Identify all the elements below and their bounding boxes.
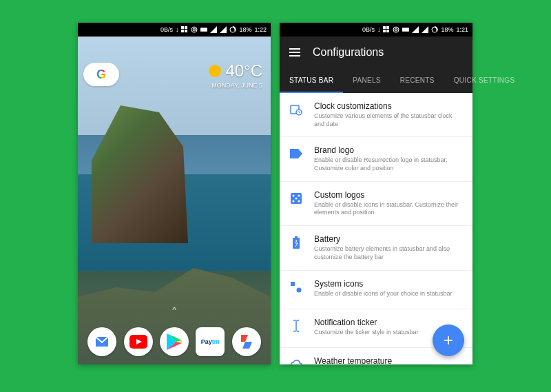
battery-icon — [229, 26, 236, 33]
inbox-app-icon[interactable] — [87, 327, 116, 356]
paytm-app-icon[interactable]: Paytm — [196, 327, 225, 356]
volte-icon — [200, 26, 207, 33]
svg-rect-2 — [181, 30, 184, 32]
windows-icon — [383, 26, 390, 33]
tez-app-icon[interactable] — [232, 327, 261, 356]
setting-clock-customizations[interactable]: Clock customizations Customize various e… — [280, 93, 472, 137]
net-speed: 0B/s — [362, 26, 375, 33]
signal2-icon — [220, 26, 227, 33]
svg-rect-17 — [402, 28, 409, 32]
battery-icon — [431, 26, 438, 33]
play-store-icon — [167, 333, 182, 350]
tab-panels[interactable]: PANELS — [343, 68, 391, 93]
svg-rect-27 — [295, 236, 298, 238]
tab-bar: STATUS BAR PANELS RECENTS QUICK SETTINGS — [280, 68, 472, 93]
svg-point-16 — [396, 29, 397, 30]
shapes-icon — [289, 280, 303, 294]
settings-list[interactable]: Clock customizations Customize various e… — [280, 93, 472, 364]
setting-title: System icons — [314, 279, 464, 289]
svg-point-26 — [298, 200, 300, 202]
svg-rect-13 — [386, 30, 389, 32]
tab-quick-settings[interactable]: QUICK SETTINGS — [444, 68, 525, 93]
svg-point-6 — [194, 29, 196, 30]
download-icon: ↓ — [377, 26, 381, 33]
play-store-app-icon[interactable] — [160, 327, 189, 356]
tez-icon — [238, 333, 255, 350]
tab-recents[interactable]: RECENTS — [391, 68, 444, 93]
signal-icon — [412, 26, 419, 33]
svg-rect-0 — [181, 26, 184, 29]
youtube-icon — [129, 335, 147, 349]
setting-custom-logos[interactable]: Custom logos Enable or disable icons in … — [280, 182, 472, 226]
setting-desc: Enable or disable icons of your choice i… — [314, 290, 464, 298]
app-drawer-indicator[interactable]: ^ — [172, 305, 176, 315]
weather-temperature: 40°C — [225, 61, 262, 81]
svg-point-22 — [293, 194, 295, 196]
setting-brand-logo[interactable]: Brand logo Enable or disable Resurrectio… — [280, 137, 472, 181]
battery-icon — [289, 236, 303, 249]
cursor-icon — [289, 319, 303, 333]
paytm-icon: Paytm — [201, 338, 220, 345]
svg-rect-12 — [383, 30, 386, 32]
fab-add-button[interactable]: + — [433, 324, 464, 356]
download-icon: ↓ — [176, 26, 179, 33]
menu-icon[interactable] — [289, 48, 300, 56]
google-g-icon: G — [96, 68, 106, 82]
calendar-clock-icon — [289, 103, 303, 116]
clock: 1:22 — [254, 26, 267, 33]
volte-icon — [402, 26, 409, 33]
setting-title: Weather temperature — [314, 356, 464, 365]
svg-rect-29 — [291, 282, 295, 286]
phone-settings-screen: 0B/s ↓ 18% 1:21 Configurations STATUS BA… — [280, 23, 472, 364]
weather-widget[interactable]: 40°C MONDAY, JUNE 5 — [209, 61, 262, 89]
battery-percent: 18% — [441, 26, 453, 33]
google-search-pill[interactable]: G — [83, 63, 119, 86]
setting-desc: Customize battery elements in statusbar … — [314, 245, 464, 261]
svg-rect-7 — [200, 28, 207, 32]
clock: 1:21 — [456, 26, 468, 33]
setting-title: Clock customizations — [314, 101, 464, 111]
phone-home-screen: 0B/s ↓ 18% 1:22 G 40°C MONDAY, JUNE 5 ^ — [78, 23, 271, 364]
dock: Paytm — [78, 323, 271, 360]
battery-percent: 18% — [239, 26, 251, 33]
tab-status-bar[interactable]: STATUS BAR — [280, 68, 343, 93]
windows-icon — [181, 26, 188, 33]
cloud-icon — [289, 358, 303, 365]
svg-rect-3 — [185, 30, 187, 32]
inbox-icon — [94, 333, 110, 350]
svg-rect-10 — [383, 26, 386, 29]
tag-icon — [289, 147, 303, 161]
signal-icon — [210, 26, 217, 33]
svg-point-24 — [295, 197, 298, 199]
setting-system-icons[interactable]: System icons Enable or disable icons of … — [280, 271, 472, 309]
weather-row: 40°C — [209, 61, 262, 81]
svg-rect-11 — [386, 26, 389, 29]
dice-icon — [289, 192, 303, 205]
setting-desc: Enable or disable icons in statusbar. Cu… — [314, 201, 464, 217]
plus-icon: + — [444, 331, 453, 350]
app-bar: Configurations — [280, 37, 472, 68]
status-bar: 0B/s ↓ 18% 1:22 — [78, 23, 271, 37]
setting-title: Custom logos — [314, 190, 464, 200]
app-bar-title: Configurations — [313, 46, 384, 59]
hotspot-icon — [191, 26, 198, 33]
net-speed: 0B/s — [160, 26, 173, 33]
hotspot-icon — [393, 26, 399, 33]
svg-point-30 — [297, 287, 302, 292]
sun-icon — [209, 65, 221, 77]
home-screen[interactable]: G 40°C MONDAY, JUNE 5 ^ Paytm — [78, 37, 271, 364]
svg-point-25 — [293, 200, 295, 202]
status-bar: 0B/s ↓ 18% 1:21 — [280, 23, 472, 37]
setting-desc: Enable or disable Resurrection logo in s… — [314, 156, 464, 172]
weather-date: MONDAY, JUNE 5 — [209, 82, 262, 89]
setting-title: Battery — [314, 234, 464, 244]
setting-battery[interactable]: Battery Customize battery elements in st… — [280, 226, 472, 270]
setting-title: Brand logo — [314, 145, 464, 155]
youtube-app-icon[interactable] — [124, 327, 153, 356]
svg-rect-1 — [185, 26, 187, 29]
setting-desc: Customize various elements of the status… — [314, 112, 464, 128]
signal2-icon — [422, 26, 428, 33]
svg-point-23 — [298, 194, 300, 196]
